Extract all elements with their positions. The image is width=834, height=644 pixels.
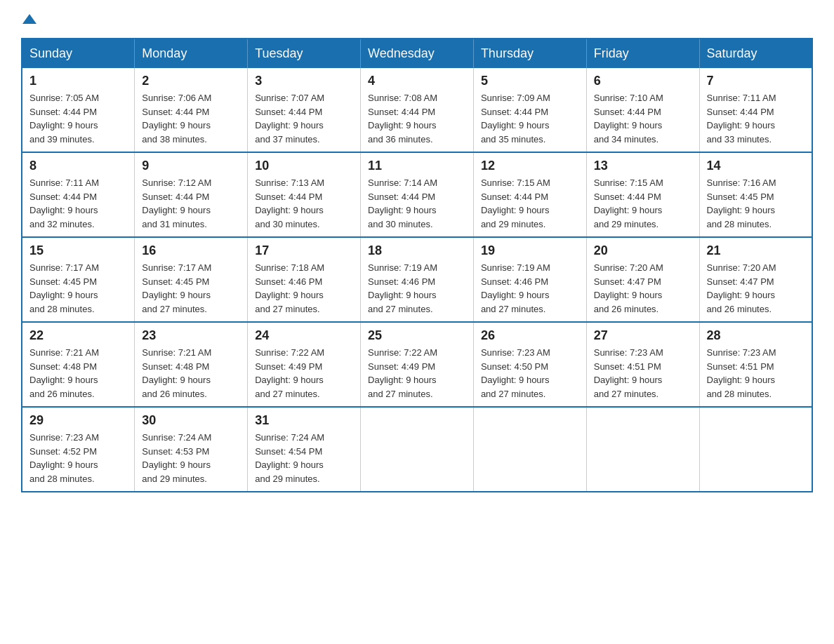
day-number: 29 [29,413,127,428]
calendar-cell [699,407,812,492]
daylight-text: Daylight: 9 hours [142,290,211,300]
sunset-text: Sunset: 4:46 PM [255,276,322,287]
daylight-minutes-text: and 27 minutes. [368,389,433,399]
day-info: Sunrise: 7:17 AMSunset: 4:45 PMDaylight:… [142,261,240,316]
day-info: Sunrise: 7:23 AMSunset: 4:51 PMDaylight:… [594,346,692,401]
sunrise-text: Sunrise: 7:12 AM [142,177,211,188]
logo [21,14,37,24]
sunset-text: Sunset: 4:49 PM [368,361,435,372]
sunrise-text: Sunrise: 7:18 AM [255,262,324,273]
daylight-minutes-text: and 35 minutes. [481,134,546,145]
daylight-text: Daylight: 9 hours [255,205,324,215]
day-number: 7 [707,74,805,88]
day-number: 20 [594,243,692,258]
daylight-minutes-text: and 26 minutes. [29,389,95,399]
daylight-minutes-text: and 26 minutes. [594,304,659,314]
sunrise-text: Sunrise: 7:23 AM [481,347,550,358]
sunrise-text: Sunrise: 7:10 AM [594,93,663,103]
sunrise-text: Sunrise: 7:24 AM [142,432,211,443]
day-number: 19 [481,243,579,258]
sunrise-text: Sunrise: 7:14 AM [368,177,437,188]
weekday-header-sunday: Sunday [22,39,135,68]
daylight-minutes-text: and 26 minutes. [707,304,772,314]
day-info: Sunrise: 7:15 AMSunset: 4:44 PMDaylight:… [481,176,579,231]
sunset-text: Sunset: 4:44 PM [481,107,548,117]
daylight-text: Daylight: 9 hours [707,205,776,215]
sunrise-text: Sunrise: 7:11 AM [29,177,99,188]
calendar-cell: 29Sunrise: 7:23 AMSunset: 4:52 PMDayligh… [22,407,135,492]
sunrise-text: Sunrise: 7:22 AM [368,347,437,358]
calendar-cell: 30Sunrise: 7:24 AMSunset: 4:53 PMDayligh… [135,407,248,492]
calendar-week-row: 29Sunrise: 7:23 AMSunset: 4:52 PMDayligh… [22,407,812,492]
day-number: 1 [29,74,127,88]
sunset-text: Sunset: 4:47 PM [594,276,661,287]
sunset-text: Sunset: 4:44 PM [142,192,209,202]
daylight-minutes-text: and 28 minutes. [29,474,95,484]
daylight-minutes-text: and 27 minutes. [368,304,433,314]
daylight-minutes-text: and 36 minutes. [368,134,433,145]
calendar-cell: 18Sunrise: 7:19 AMSunset: 4:46 PMDayligh… [361,237,474,322]
day-number: 4 [368,74,466,88]
daylight-minutes-text: and 27 minutes. [594,389,659,399]
daylight-text: Daylight: 9 hours [594,375,663,385]
day-number: 31 [255,413,353,428]
day-info: Sunrise: 7:23 AMSunset: 4:52 PMDaylight:… [29,431,127,485]
sunset-text: Sunset: 4:44 PM [255,107,322,117]
sunset-text: Sunset: 4:48 PM [142,361,209,372]
day-info: Sunrise: 7:16 AMSunset: 4:45 PMDaylight:… [707,176,805,231]
day-info: Sunrise: 7:24 AMSunset: 4:53 PMDaylight:… [142,431,240,485]
calendar-cell: 28Sunrise: 7:23 AMSunset: 4:51 PMDayligh… [699,322,812,407]
sunset-text: Sunset: 4:54 PM [255,446,322,457]
day-number: 11 [368,159,466,173]
calendar-cell: 12Sunrise: 7:15 AMSunset: 4:44 PMDayligh… [473,152,586,237]
sunrise-text: Sunrise: 7:19 AM [481,262,550,273]
calendar-cell: 4Sunrise: 7:08 AMSunset: 4:44 PMDaylight… [361,68,474,152]
daylight-minutes-text: and 26 minutes. [142,389,207,399]
calendar-table: SundayMondayTuesdayWednesdayThursdayFrid… [21,38,813,492]
daylight-minutes-text: and 29 minutes. [481,219,546,229]
day-number: 18 [368,243,466,258]
calendar-week-row: 1Sunrise: 7:05 AMSunset: 4:44 PMDaylight… [22,68,812,152]
sunrise-text: Sunrise: 7:24 AM [255,432,324,443]
daylight-text: Daylight: 9 hours [142,120,211,130]
calendar-cell: 14Sunrise: 7:16 AMSunset: 4:45 PMDayligh… [699,152,812,237]
daylight-minutes-text: and 34 minutes. [594,134,659,145]
day-number: 9 [142,159,240,173]
daylight-minutes-text: and 31 minutes. [142,219,207,229]
calendar-cell: 5Sunrise: 7:09 AMSunset: 4:44 PMDaylight… [473,68,586,152]
day-info: Sunrise: 7:09 AMSunset: 4:44 PMDaylight:… [481,91,579,146]
daylight-minutes-text: and 28 minutes. [707,219,772,229]
daylight-minutes-text: and 27 minutes. [481,304,546,314]
sunset-text: Sunset: 4:45 PM [142,276,209,287]
sunrise-text: Sunrise: 7:06 AM [142,93,211,103]
daylight-minutes-text: and 30 minutes. [255,219,320,229]
sunset-text: Sunset: 4:44 PM [594,107,661,117]
calendar-cell [361,407,474,492]
sunset-text: Sunset: 4:44 PM [594,192,661,202]
day-info: Sunrise: 7:10 AMSunset: 4:44 PMDaylight:… [594,91,692,146]
daylight-text: Daylight: 9 hours [255,459,324,470]
day-number: 13 [594,159,692,173]
daylight-text: Daylight: 9 hours [255,375,324,385]
day-number: 12 [481,159,579,173]
day-info: Sunrise: 7:11 AMSunset: 4:44 PMDaylight:… [29,176,127,231]
day-number: 25 [368,328,466,343]
sunrise-text: Sunrise: 7:09 AM [481,93,550,103]
calendar-cell: 16Sunrise: 7:17 AMSunset: 4:45 PMDayligh… [135,237,248,322]
day-info: Sunrise: 7:19 AMSunset: 4:46 PMDaylight:… [368,261,466,316]
calendar-cell: 17Sunrise: 7:18 AMSunset: 4:46 PMDayligh… [248,237,361,322]
weekday-header-monday: Monday [135,39,248,68]
calendar-week-row: 22Sunrise: 7:21 AMSunset: 4:48 PMDayligh… [22,322,812,407]
day-number: 3 [255,74,353,88]
weekday-header-friday: Friday [586,39,699,68]
day-number: 16 [142,243,240,258]
calendar-cell [586,407,699,492]
weekday-header-saturday: Saturday [699,39,812,68]
sunrise-text: Sunrise: 7:15 AM [481,177,550,188]
daylight-text: Daylight: 9 hours [255,290,324,300]
daylight-text: Daylight: 9 hours [481,290,550,300]
calendar-cell: 6Sunrise: 7:10 AMSunset: 4:44 PMDaylight… [586,68,699,152]
calendar-cell: 9Sunrise: 7:12 AMSunset: 4:44 PMDaylight… [135,152,248,237]
day-number: 21 [707,243,805,258]
calendar-cell: 2Sunrise: 7:06 AMSunset: 4:44 PMDaylight… [135,68,248,152]
